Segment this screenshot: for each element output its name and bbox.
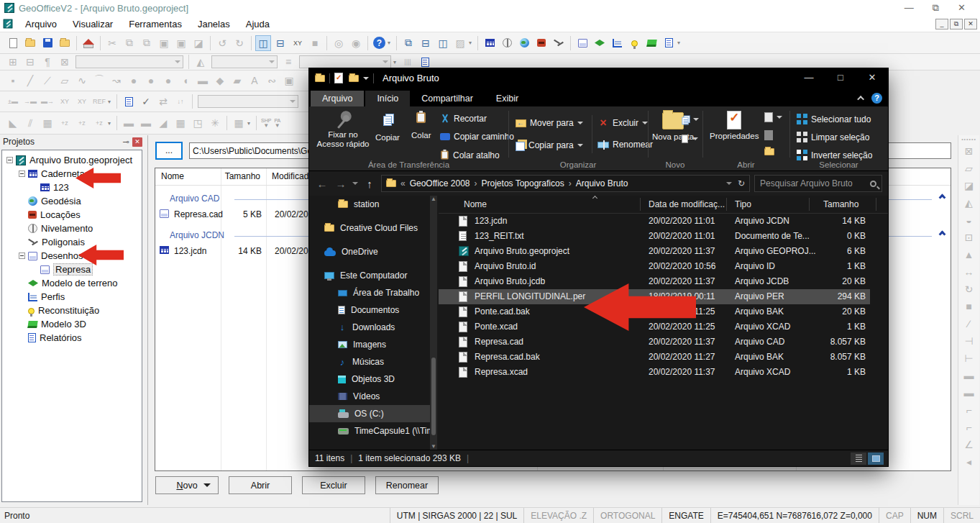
battery-a-icon[interactable]: ▬ (961, 368, 978, 383)
address-dropdown-icon[interactable] (726, 182, 732, 188)
tree-item-represa[interactable]: Represa (2, 263, 142, 276)
cadernetas-icon[interactable] (482, 35, 498, 51)
new-file-icon[interactable] (5, 35, 21, 51)
cut-icon[interactable]: ✂ (104, 35, 120, 51)
grid-fill-icon[interactable]: ▦ (173, 115, 188, 131)
collapse-icon[interactable]: ◂ (961, 454, 978, 470)
dialog-col-tamanho[interactable]: Tamanho (225, 171, 260, 181)
browse-button[interactable]: ... (155, 142, 183, 160)
zoom-search-icon[interactable]: ◉ (348, 35, 364, 51)
explorer-maximize-icon[interactable]: □ (825, 68, 856, 88)
nivelamento-icon[interactable] (499, 35, 515, 51)
dialog-col-nome[interactable]: Nome (161, 171, 184, 181)
coord-move-icon[interactable]: →▬ (22, 94, 38, 109)
square-tool-icon[interactable]: ▦ (231, 115, 247, 131)
modelo-terreno-icon[interactable] (592, 35, 608, 51)
coord-out-icon[interactable]: ▬→ (40, 94, 55, 109)
rectangle-icon[interactable]: ▬ (195, 73, 211, 88)
sidebar-item-onedrive[interactable]: OneDrive (309, 243, 430, 260)
symbol-icon[interactable]: ∾ (264, 73, 280, 88)
sidebar-item-station[interactable]: station (309, 196, 430, 213)
breadcrumb-item[interactable]: Projetos Topograficos (482, 178, 564, 188)
tree-item-perfis[interactable]: Perfis (2, 290, 142, 304)
image-frame-icon[interactable]: ▣ (281, 73, 297, 88)
pin-quick-access-button[interactable]: Fixar no Acesso rápido (315, 112, 371, 149)
sidebar-scrollbar[interactable]: ▲ ▼ (430, 196, 437, 450)
select-all-button[interactable]: Selecionar tudo (797, 114, 871, 124)
polyline-icon[interactable]: ⟋ (40, 73, 55, 88)
thumbnail-view-button[interactable] (868, 452, 884, 465)
window-dim-icon[interactable]: ▨ (452, 35, 468, 51)
modelo-3d-icon[interactable] (644, 35, 659, 51)
history-button[interactable] (764, 148, 774, 155)
toolbar-combo[interactable] (299, 55, 391, 68)
perfis-icon[interactable] (609, 35, 625, 51)
properties-button[interactable]: Propriedades (710, 111, 759, 141)
sidebar-item-imagens[interactable]: Imagens (309, 336, 430, 353)
save-icon[interactable] (40, 35, 55, 51)
tile-horizontal-icon[interactable]: ⊟ (418, 35, 434, 51)
quick-folder-icon[interactable] (349, 75, 359, 82)
copy-to-button[interactable]: Copiar para (516, 140, 583, 151)
rotate-icon[interactable]: ↻ (961, 281, 978, 297)
quick-access-dropdown-icon[interactable] (363, 77, 369, 83)
pa-tool-button[interactable]: PA▼ (274, 118, 280, 128)
hatch-icon[interactable]: ▰ (229, 73, 245, 88)
dropdown-icon[interactable]: ▾ (393, 59, 399, 65)
tree-item-reconstitui-o[interactable]: Reconstituição (2, 304, 142, 317)
desenhos-icon[interactable] (574, 35, 590, 51)
up-icon[interactable]: ↑ (362, 178, 377, 190)
dialog-col-modificado[interactable]: Modificad (272, 171, 308, 181)
tree-item-nivelamento[interactable]: Nivelamento (2, 222, 142, 235)
file-list-header[interactable]: Nome Data de modificaç... Tipo Tamanho (439, 196, 888, 214)
dropdown-icon[interactable]: ▾ (677, 40, 683, 46)
cut-button[interactable]: Recortar (440, 114, 487, 124)
paste-special-icon[interactable]: ▣ (173, 35, 189, 51)
page-corner-icon[interactable]: ◳ (190, 115, 206, 131)
file-row-represa-cad-bak[interactable]: Represa.cad.bak20/02/2020 11:27Arquivo B… (439, 350, 870, 365)
open-project-icon[interactable] (22, 35, 38, 51)
circle-2p-icon[interactable]: ● (143, 73, 159, 88)
file-row-arquivo-bruto-id[interactable]: Arquivo Bruto.id20/02/2020 10:56Arquivo … (439, 259, 870, 274)
explorer-close-icon[interactable]: ✕ (856, 68, 888, 88)
check-123-icon[interactable]: ✓ (138, 94, 154, 109)
corner-b-icon[interactable]: ⌐ (961, 419, 978, 435)
tunnel-icon[interactable]: ◒ (961, 212, 978, 228)
tile-vertical-icon[interactable]: ◫ (435, 35, 451, 51)
geodesia-icon[interactable] (516, 35, 532, 51)
tree-item-geod-sia[interactable]: Geodésia (2, 194, 142, 208)
frames-icon[interactable]: ⊡ (961, 229, 978, 245)
trim-left-icon[interactable]: ⊣ (961, 333, 978, 349)
corner-a-icon[interactable]: ⌐ (961, 402, 978, 418)
abrir-button[interactable]: Abrir (229, 476, 292, 494)
menu-arquivo[interactable]: Arquivo (17, 17, 65, 31)
dropdown-icon[interactable]: ▾ (388, 40, 393, 46)
dropdown-icon[interactable]: ▾ (108, 120, 114, 127)
diamond-icon[interactable]: ◆ (212, 73, 228, 88)
search-icon[interactable] (870, 181, 876, 187)
parallel-icon[interactable]: ▱ (57, 73, 73, 88)
tree-item-arquivo-bruto-geoproject[interactable]: Arquivo Bruto.geoproject (2, 153, 142, 167)
breadcrumb-item[interactable]: GeoOffice 2008 (410, 178, 470, 188)
tab-exibir[interactable]: Exibir (485, 91, 530, 106)
menu-ferramentas[interactable]: Ferramentas (121, 17, 190, 31)
layer-new-icon[interactable]: ⊞ (5, 54, 21, 70)
layers-icon[interactable]: ◪ (961, 178, 978, 194)
battery-b-icon[interactable]: ▬ (961, 385, 978, 401)
close-icon[interactable]: ✕ (958, 2, 966, 14)
tree-item-relat-rios[interactable]: Relatórios (2, 331, 142, 345)
invert-selection-button[interactable]: Inverter seleção (797, 150, 872, 160)
bank-b-icon[interactable]: ▬ (138, 115, 154, 131)
novo-button[interactable]: Novo (155, 476, 219, 494)
layer-merge-icon[interactable]: ⊟ (22, 54, 38, 70)
mdi-minimize-icon[interactable]: _ (935, 19, 948, 29)
spline-icon[interactable]: ∿ (74, 73, 90, 88)
dropdown-icon[interactable]: ▾ (469, 40, 475, 46)
file-row-arquivo-bruto-geoproject[interactable]: Arquivo Bruto.geoproject20/02/2020 11:37… (439, 244, 870, 259)
z-cross-icon[interactable]: +z (74, 115, 90, 131)
expander-icon[interactable] (6, 157, 13, 163)
mirror-icon[interactable]: ◭ (961, 195, 978, 211)
dropdown-icon[interactable]: ▾ (247, 120, 253, 127)
copy-icon[interactable]: ⧉ (122, 35, 137, 51)
collapse-group-icon[interactable] (939, 231, 946, 238)
